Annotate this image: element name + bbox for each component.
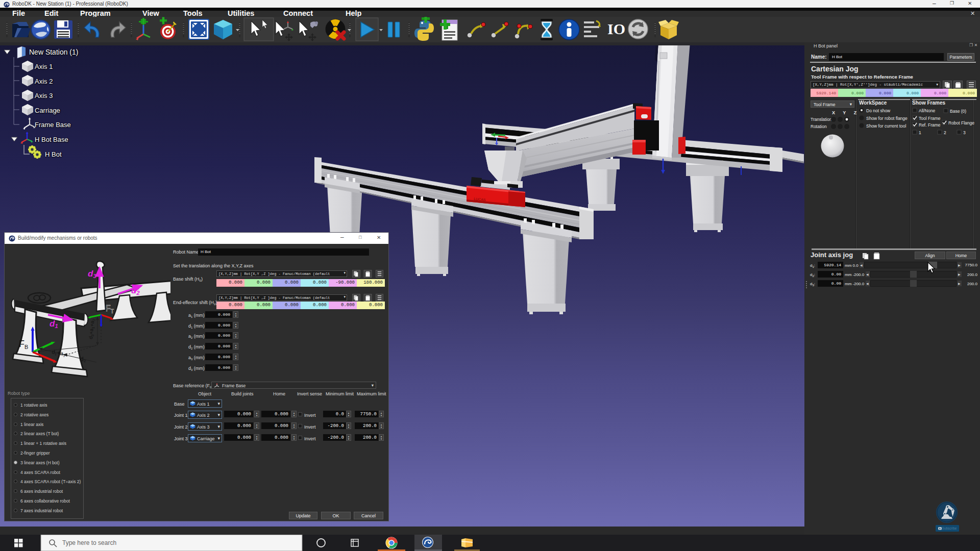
svg-text:Subscribe: Subscribe	[942, 527, 957, 530]
svg-text:d3: d3	[88, 269, 96, 279]
svg-text:IO: IO	[607, 20, 625, 37]
svg-text:d3+a1+a2: d3+a1+a2	[88, 318, 95, 339]
svg-text:FT: FT	[106, 304, 114, 314]
svg-text:d2: d2	[80, 356, 86, 363]
svg-text:Type here to search: Type here to search	[62, 539, 116, 546]
